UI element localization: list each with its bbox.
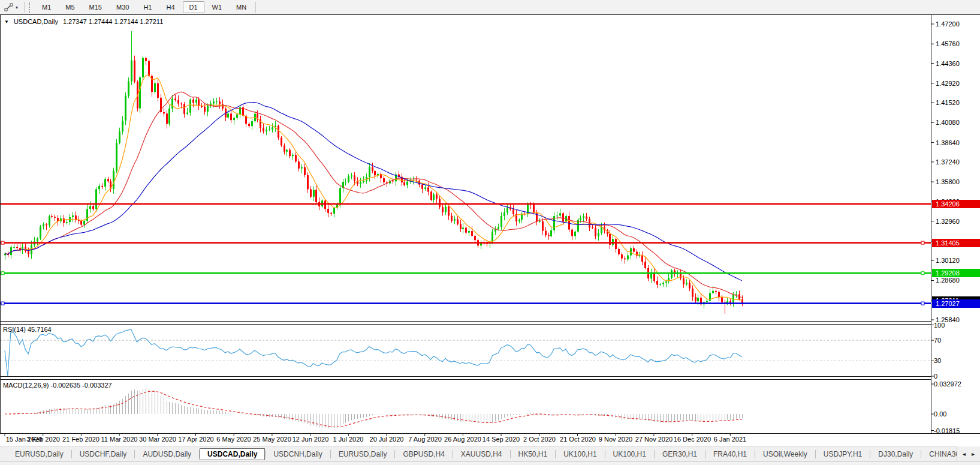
moving-average-7 <box>5 75 742 300</box>
status-bar <box>0 461 980 465</box>
moving-average-20 <box>5 92 742 298</box>
chart-tab-usdchf-daily[interactable]: USDCHF,Daily <box>72 448 135 460</box>
timeframe-button-M30[interactable]: M30 <box>110 1 135 13</box>
drawing-tool-button[interactable]: ▾ <box>0 0 22 14</box>
chart-tab-uk100-h1[interactable]: UK100,H1 <box>605 448 654 460</box>
macd-histogram <box>5 388 743 428</box>
timeframe-button-MN[interactable]: MN <box>230 1 253 13</box>
timeframe-button-H4[interactable]: H4 <box>159 1 181 13</box>
trendline-tool-icon <box>4 3 13 12</box>
tab-scroll-arrows: ◂ ▸ <box>957 446 980 461</box>
timeframe-button-M5[interactable]: M5 <box>59 1 81 13</box>
line-handle[interactable] <box>1 272 4 275</box>
timeframe-button-D1[interactable]: D1 <box>183 1 204 13</box>
horizontal-line-1.29208[interactable] <box>0 272 931 275</box>
timeframe-button-H1[interactable]: H1 <box>137 1 158 13</box>
chart-tab-fra40-h1[interactable]: FRA40,H1 <box>705 448 755 460</box>
macd-signal-line <box>5 391 742 427</box>
chart-tab-audusd-daily[interactable]: AUDUSD,Daily <box>135 448 199 460</box>
dropdown-caret-icon[interactable]: ▾ <box>16 5 18 10</box>
horizontal-line-1.31405[interactable] <box>0 241 931 244</box>
candles-layer <box>4 31 743 314</box>
chart-tab-usdcnh-daily[interactable]: USDCNH,Daily <box>266 448 330 460</box>
toolbar-separator <box>24 2 25 13</box>
chart-tab-ger30-h1[interactable]: GER30,H1 <box>655 448 705 460</box>
line-handle[interactable] <box>921 302 924 305</box>
chart-tab-eurusd-daily[interactable]: EURUSD,Daily <box>7 448 71 460</box>
chart-tabs-bar: EURUSD,DailyUSDCHF,DailyAUDUSD,DailyUSDC… <box>0 446 980 461</box>
chart-tab-usoil-weekly[interactable]: USOil,Weekly <box>755 448 815 460</box>
horizontal-line-1.27027[interactable] <box>0 302 931 305</box>
chart-tab-usdcad-daily[interactable]: USDCAD,Daily <box>200 448 265 460</box>
tab-scroll-left-icon[interactable]: ◂ <box>963 451 966 457</box>
line-handle[interactable] <box>921 272 924 275</box>
chart-tab-usdjpy-h1[interactable]: USDJPY,H1 <box>816 448 870 460</box>
horizontal-line-1.34206[interactable] <box>0 203 931 205</box>
chart-tab-uk100-h1[interactable]: UK100,H1 <box>556 448 604 460</box>
chart-tab-hk50-h1[interactable]: HK50,H1 <box>511 448 556 460</box>
chart-tab-xauusd-h4[interactable]: XAUUSD,H4 <box>453 448 510 460</box>
line-handle[interactable] <box>921 241 924 244</box>
rsi-line <box>5 329 742 376</box>
chart-tab-gbpusd-h4[interactable]: GBPUSD,H4 <box>395 448 452 460</box>
timeframe-button-M15[interactable]: M15 <box>83 1 108 13</box>
chart-tab-eurusd-daily[interactable]: EURUSD,Daily <box>331 448 395 460</box>
line-handle[interactable] <box>1 241 4 244</box>
timeframe-button-W1[interactable]: W1 <box>206 1 229 13</box>
chart-canvas <box>0 0 980 465</box>
chart-window: ▼ USDCAD,Daily 1.27347 1.27444 1.27144 1… <box>0 0 980 465</box>
line-handle[interactable] <box>1 302 4 305</box>
toolbar-separator <box>255 2 256 13</box>
toolbar: ▾ M1M5M15M30H1H4D1W1MN <box>0 0 980 14</box>
tab-scroll-right-icon[interactable]: ▸ <box>972 451 975 457</box>
timeframe-buttons: M1M5M15M30H1H4D1W1MN <box>35 1 254 13</box>
timeframe-button-M1[interactable]: M1 <box>35 1 58 13</box>
toolbar-grip[interactable] <box>29 2 31 13</box>
chart-tab-dj30-daily[interactable]: DJ30,Daily <box>870 448 921 460</box>
